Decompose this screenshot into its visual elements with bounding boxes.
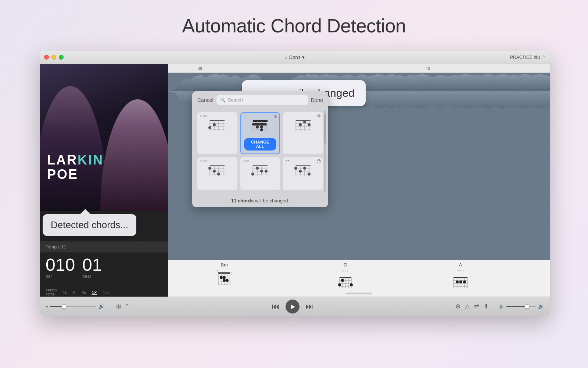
svg-point-108 xyxy=(463,280,466,283)
svg-point-80 xyxy=(220,276,223,279)
chord-cell-3[interactable]: ⑤ xyxy=(283,112,323,154)
chord-g[interactable]: G ○○○ xyxy=(337,262,354,292)
album-art: LARKIN POE xyxy=(40,64,168,211)
play-icon: ▶ xyxy=(291,303,295,310)
transport-bar: ◂ 🔊 ⊞ ⌃ ⏮ ▶ ⏭ ⊕ xyxy=(40,297,550,316)
chord-cell-4[interactable]: ○ ×× xyxy=(197,157,237,190)
svg-point-66 xyxy=(299,170,302,173)
main-area: LARKIN POE Larkin Poe Don't Kin Tempo: 1… xyxy=(40,64,550,297)
svg-point-95 xyxy=(341,279,344,282)
chord-cell-selected[interactable]: ③ xyxy=(240,112,280,154)
chord-strip: Bm × xyxy=(168,260,550,297)
minimize-button[interactable] xyxy=(51,55,56,60)
chord-picker-header: Cancel 🔍 Search Done xyxy=(192,91,328,109)
speed-half[interactable]: ½ xyxy=(70,289,79,296)
chord-picker-cancel-button[interactable]: Cancel xyxy=(197,97,214,103)
tempo-text: Tempo: 11 xyxy=(46,244,66,250)
ruler-mark-39: 39 xyxy=(198,66,202,71)
dropdown-arrow-icon[interactable]: ▾ xyxy=(302,54,305,60)
speed-three-quarter[interactable]: ¾ xyxy=(80,289,89,296)
rewind-button[interactable]: ⏮ xyxy=(272,302,280,311)
waveform-canvas: ...are easily changed Cancel 🔍 Search xyxy=(168,73,550,260)
chord-bm[interactable]: Bm × xyxy=(216,262,232,288)
chord-a-name: A xyxy=(459,262,462,268)
svg-point-83 xyxy=(226,279,229,282)
maximize-button[interactable] xyxy=(59,55,64,60)
bar-number: 010 xyxy=(46,256,75,274)
chord-picker-modal: Cancel 🔍 Search Done ○ ○× xyxy=(192,91,328,207)
chord-cell-5[interactable]: ○○○ xyxy=(240,157,280,190)
chord-a[interactable]: A ×○ ○ xyxy=(451,262,470,292)
svg-point-67 xyxy=(308,173,311,176)
play-button[interactable]: ▶ xyxy=(286,300,300,314)
detected-chords-tooltip: Detected chords... xyxy=(43,214,136,236)
search-icon: 🔍 xyxy=(220,98,226,103)
waveform-area: 39 40 xyxy=(168,64,550,297)
speed-1x[interactable]: 1× xyxy=(89,289,100,296)
svg-point-52 xyxy=(256,167,259,170)
svg-point-21 xyxy=(260,128,263,131)
speed-controls: SPEED PITCH ¼ ½ ¾ 1× 1.5 xyxy=(40,286,168,297)
svg-point-53 xyxy=(260,170,263,173)
volume-right-control: 🔈 🔊 xyxy=(499,304,544,309)
volume-track[interactable] xyxy=(506,306,536,307)
chord-grid: ○ ○× xyxy=(192,109,328,194)
svg-point-64 xyxy=(294,167,297,170)
svg-point-94 xyxy=(338,283,341,286)
album-text: LARKIN POE xyxy=(47,153,104,182)
sidebar: LARKIN POE Larkin Poe Don't Kin Tempo: 1… xyxy=(40,64,168,297)
speed-1-5x[interactable]: 1.5 xyxy=(100,289,111,296)
svg-point-9 xyxy=(208,126,211,129)
svg-point-81 xyxy=(223,276,226,279)
transport-right: ⊕ △ ⇌ ⬆ xyxy=(455,302,489,310)
edit-icon-1[interactable]: ⊞ xyxy=(116,303,121,310)
share-icon[interactable]: ⬆ xyxy=(484,302,489,310)
svg-point-8 xyxy=(213,123,216,126)
change-all-button[interactable]: CHANGE ALL xyxy=(244,138,277,151)
chord-search-box[interactable]: 🔍 Search xyxy=(216,95,308,105)
chord-picker-scrollbar[interactable] xyxy=(324,110,326,192)
edit-icon-2[interactable]: ⌃ xyxy=(125,303,129,310)
chord-cell-6[interactable]: ⑰ ×× xyxy=(283,157,323,190)
flag-icon[interactable]: △ xyxy=(465,302,470,310)
shield-icon[interactable]: ⊕ xyxy=(455,302,460,310)
transport-center: ⏮ ▶ ⏭ xyxy=(134,300,451,314)
close-button[interactable] xyxy=(44,55,49,60)
svg-point-54 xyxy=(265,170,268,173)
svg-point-20 xyxy=(260,125,263,128)
chord-picker-done-button[interactable]: Done xyxy=(311,97,323,103)
speed-quarter[interactable]: ¼ xyxy=(61,289,69,296)
svg-point-43 xyxy=(217,173,220,176)
title-bar: ♪ Don't ▾ PRACTICE ⌘1 ⌃ xyxy=(40,51,550,64)
timeline-ruler: 39 40 xyxy=(168,64,550,73)
practice-label[interactable]: PRACTICE ⌘1 ⌃ xyxy=(510,55,545,60)
svg-point-31 xyxy=(299,123,302,126)
volume-minus-icon: 🔈 xyxy=(499,304,504,309)
volume-speaker-icon: 🔊 xyxy=(98,304,104,309)
chord-picker-footer: 11 chords will be changed. xyxy=(192,194,328,207)
chord-cell-1[interactable]: ○ ○× xyxy=(197,112,237,154)
svg-text:×: × xyxy=(217,269,219,272)
page-title: Automatic Chord Detection xyxy=(0,0,588,37)
transport-progress: ◂ 🔊 xyxy=(46,304,104,309)
traffic-lights xyxy=(44,55,64,60)
speed-pitch-label: SPEED PITCH xyxy=(46,289,57,297)
svg-point-82 xyxy=(223,279,226,282)
svg-point-42 xyxy=(213,170,216,173)
svg-point-107 xyxy=(459,280,462,283)
beat-label: beat xyxy=(82,274,102,279)
progress-track[interactable] xyxy=(50,306,96,307)
bar-label: bar xyxy=(46,274,75,279)
svg-point-65 xyxy=(303,167,306,170)
sliders-icon[interactable]: ⇌ xyxy=(474,302,479,310)
ruler-mark-40: 40 xyxy=(426,66,430,71)
svg-point-96 xyxy=(350,283,353,286)
svg-text:②: ② xyxy=(231,272,232,275)
svg-point-41 xyxy=(208,167,211,170)
svg-point-32 xyxy=(308,123,311,126)
fast-forward-button[interactable]: ⏭ xyxy=(305,302,313,311)
position-display: 010 bar 01 beat xyxy=(40,252,168,286)
chord-strip-scrollbar[interactable] xyxy=(346,293,372,294)
app-background: Automatic Chord Detection ♪ Don't ▾ PRAC… xyxy=(0,0,588,368)
svg-point-30 xyxy=(303,120,306,123)
